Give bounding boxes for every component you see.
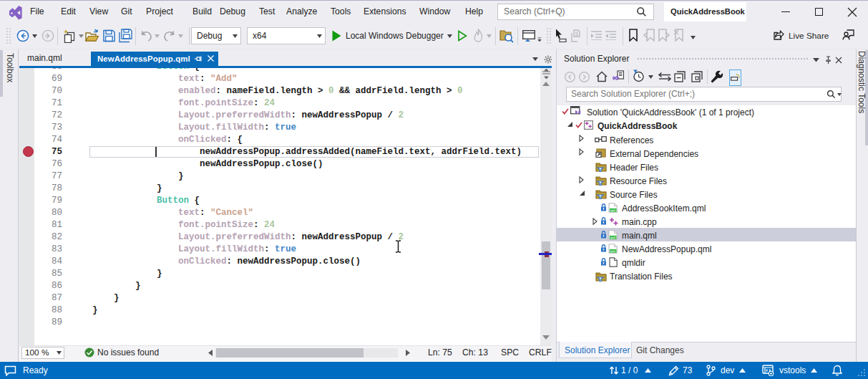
svg-text:qml: qml bbox=[610, 236, 615, 239]
svg-text:qml: qml bbox=[610, 249, 615, 253]
svg-text:qml: qml bbox=[610, 208, 615, 212]
